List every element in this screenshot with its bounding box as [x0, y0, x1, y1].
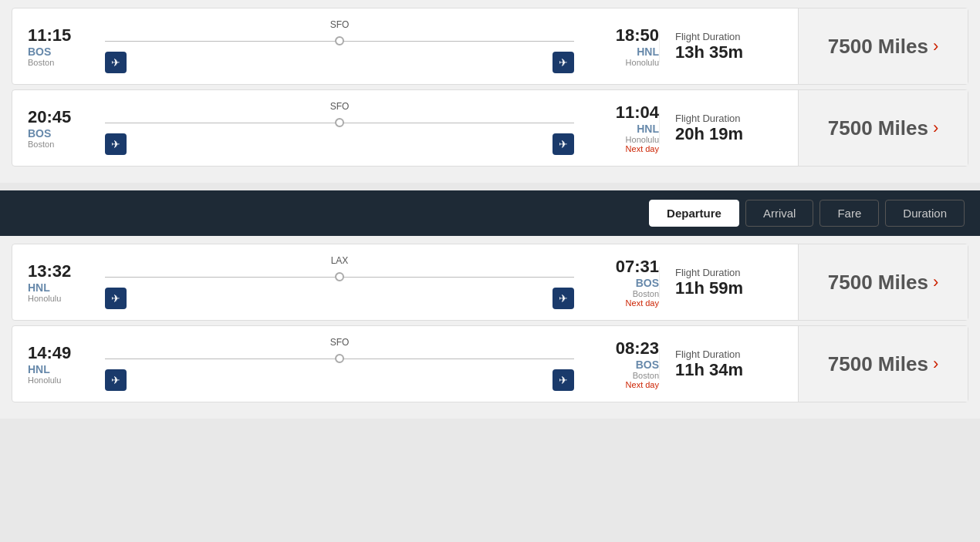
icons-row — [105, 52, 574, 73]
duration-label: Flight Duration — [675, 267, 767, 278]
departure-time: 11:15 — [28, 25, 90, 45]
next-day-label: Next day — [590, 144, 659, 153]
flight-duration: Flight Duration 11h 59m — [659, 267, 782, 298]
next-day-label: Next day — [590, 380, 659, 389]
departure-code: HNL — [28, 281, 90, 294]
stop-code: LAX — [331, 255, 349, 266]
flight-main: 20:45 BOS Boston SFO 11:04 — [12, 90, 798, 166]
duration-time: 11h 59m — [675, 278, 767, 298]
route-line — [105, 351, 574, 366]
airline-icon-right — [553, 288, 574, 309]
flight-price[interactable]: 7500 Miles › — [798, 244, 968, 320]
flight-duration: Flight Duration 13h 35m — [659, 31, 782, 62]
stop-code: SFO — [330, 337, 350, 348]
route-dot — [335, 272, 344, 281]
flight-duration: Flight Duration 20h 19m — [659, 113, 782, 144]
departure-time: 14:49 — [28, 343, 90, 363]
departure-time: 13:32 — [28, 261, 90, 281]
airline-icon-left — [105, 369, 127, 391]
sort-btn-arrival[interactable]: Arrival — [745, 200, 814, 227]
duration-time: 13h 35m — [675, 42, 767, 62]
flight-card: 11:15 BOS Boston SFO 18:50 — [12, 8, 968, 85]
arrival-code: HNL — [590, 45, 659, 58]
flight-main: 14:49 HNL Honolulu SFO 08:23 — [12, 326, 798, 402]
arrival-time: 07:31 — [590, 257, 659, 277]
stop-code: SFO — [330, 19, 350, 30]
icons-row — [105, 133, 574, 155]
flight-departure: 20:45 BOS Boston — [28, 107, 90, 149]
duration-label: Flight Duration — [675, 113, 767, 124]
price-text: 7500 Miles — [828, 35, 928, 59]
flight-departure: 14:49 HNL Honolulu — [28, 343, 90, 385]
price-arrow-icon: › — [933, 272, 938, 292]
departure-city: Honolulu — [28, 294, 90, 303]
flight-departure: 13:32 HNL Honolulu — [28, 261, 90, 303]
airline-icon-left — [105, 288, 127, 309]
airline-icon-left — [105, 133, 127, 155]
route-middle: SFO — [90, 101, 590, 155]
airline-icon-right — [553, 52, 574, 73]
duration-label: Flight Duration — [675, 348, 767, 360]
departure-code: HNL — [28, 363, 90, 375]
airline-icon-right — [553, 133, 574, 155]
departure-code: BOS — [28, 127, 90, 140]
arrival-code: BOS — [590, 277, 659, 289]
arrival-time: 08:23 — [590, 338, 659, 359]
departure-city: Boston — [28, 58, 90, 67]
arrival-time: 18:50 — [590, 25, 659, 45]
departure-city: Boston — [28, 140, 90, 149]
icons-row — [105, 288, 574, 309]
icons-row — [105, 369, 574, 391]
next-day-label: Next day — [590, 298, 659, 308]
airline-icon-left — [105, 52, 127, 73]
flight-price[interactable]: 7500 Miles › — [798, 90, 968, 166]
route-line — [105, 269, 574, 284]
airline-icon-right — [553, 369, 574, 391]
arrival-city: Honolulu — [590, 58, 659, 67]
flight-arrival: 18:50 HNL Honolulu — [590, 25, 659, 67]
flight-arrival: 07:31 BOS Boston Next day — [590, 257, 659, 308]
flight-card: 20:45 BOS Boston SFO 11:04 — [12, 89, 968, 167]
duration-label: Flight Duration — [675, 31, 767, 42]
price-text: 7500 Miles — [828, 116, 928, 140]
flight-card: 14:49 HNL Honolulu SFO 08:23 — [12, 325, 968, 402]
arrival-code: HNL — [590, 123, 659, 135]
flight-departure: 11:15 BOS Boston — [28, 25, 90, 67]
route-dot — [335, 36, 344, 45]
departure-time: 20:45 — [28, 107, 90, 127]
duration-time: 20h 19m — [675, 124, 767, 144]
route-line — [105, 33, 574, 49]
departure-code: BOS — [28, 45, 90, 58]
flight-main: 11:15 BOS Boston SFO 18:50 — [12, 8, 798, 84]
flight-arrival: 11:04 HNL Honolulu Next day — [590, 103, 659, 153]
sort-btn-duration[interactable]: Duration — [885, 200, 965, 227]
sort-btn-departure[interactable]: Departure — [649, 200, 739, 227]
route-middle: SFO — [90, 19, 590, 73]
price-text: 7500 Miles — [828, 271, 928, 295]
flight-card: 13:32 HNL Honolulu LAX 07:31 — [12, 244, 968, 321]
arrival-city: Honolulu — [590, 135, 659, 144]
route-middle: SFO — [90, 337, 590, 391]
price-arrow-icon: › — [933, 118, 938, 138]
section-return: 13:32 HNL Honolulu LAX 07:31 — [0, 236, 980, 419]
route-middle: LAX — [90, 255, 590, 309]
route-dot — [335, 118, 344, 127]
duration-time: 11h 34m — [675, 360, 767, 380]
route-line — [105, 115, 574, 130]
arrival-city: Boston — [590, 289, 659, 298]
flight-price[interactable]: 7500 Miles › — [798, 8, 968, 84]
price-arrow-icon: › — [933, 354, 938, 374]
flight-price[interactable]: 7500 Miles › — [798, 326, 968, 402]
flight-arrival: 08:23 BOS Boston Next day — [590, 338, 659, 389]
price-text: 7500 Miles — [828, 352, 928, 376]
departure-city: Honolulu — [28, 375, 90, 385]
route-dot — [335, 354, 344, 363]
arrival-city: Boston — [590, 371, 659, 380]
arrival-time: 11:04 — [590, 103, 659, 123]
flight-duration: Flight Duration 11h 34m — [659, 348, 782, 380]
section-outbound: 11:15 BOS Boston SFO 18:50 — [0, 0, 980, 183]
sort-bar: DepartureArrivalFareDuration — [0, 190, 980, 236]
sort-btn-fare[interactable]: Fare — [819, 200, 879, 227]
price-arrow-icon: › — [933, 36, 938, 56]
flight-main: 13:32 HNL Honolulu LAX 07:31 — [12, 244, 798, 320]
